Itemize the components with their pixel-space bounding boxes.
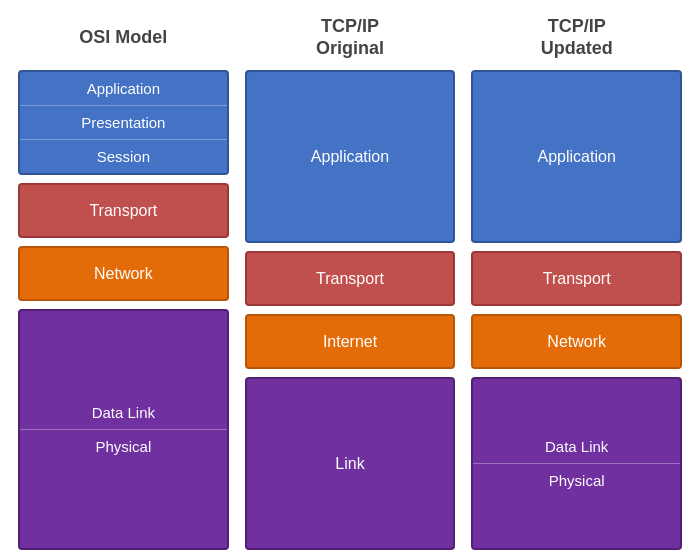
header-osi-label: OSI Model: [79, 27, 167, 49]
osi-application-label: Application: [20, 72, 227, 105]
tcpip-orig-internet-label: Internet: [247, 325, 454, 359]
header-tcpip-original-label: TCP/IPOriginal: [316, 16, 384, 59]
tcpip-orig-application-label: Application: [247, 140, 454, 174]
tcpip-orig-application: Application: [245, 70, 456, 243]
tcpip-orig-transport: Transport: [245, 251, 456, 306]
tcpip-upd-datalink-physical-group: Data Link Physical: [471, 377, 682, 550]
osi-network-label: Network: [20, 257, 227, 291]
tcpip-upd-network: Network: [471, 314, 682, 369]
column-osi: Application Presentation Session Transpo…: [10, 70, 237, 550]
osi-transport-label: Transport: [20, 194, 227, 228]
tcpip-upd-physical-label: Physical: [473, 463, 680, 497]
tcpip-upd-application-label: Application: [473, 140, 680, 174]
tcpip-upd-transport: Transport: [471, 251, 682, 306]
header-osi: OSI Model: [10, 10, 237, 65]
header-tcpip-updated-label: TCP/IPUpdated: [541, 16, 613, 59]
tcpip-orig-internet: Internet: [245, 314, 456, 369]
columns-container: Application Presentation Session Transpo…: [10, 70, 690, 550]
column-headers: OSI Model TCP/IPOriginal TCP/IPUpdated: [10, 10, 690, 65]
page: OSI Model TCP/IPOriginal TCP/IPUpdated A…: [0, 0, 700, 560]
osi-application-group: Application Presentation Session: [18, 70, 229, 175]
osi-physical-label: Physical: [20, 429, 227, 463]
header-tcpip-original: TCP/IPOriginal: [237, 10, 464, 65]
osi-session-label: Session: [20, 139, 227, 173]
tcpip-orig-link-label: Link: [247, 447, 454, 481]
osi-presentation-label: Presentation: [20, 105, 227, 139]
osi-network: Network: [18, 246, 229, 301]
tcpip-upd-network-label: Network: [473, 325, 680, 359]
tcpip-orig-link: Link: [245, 377, 456, 550]
tcpip-upd-datalink-label: Data Link: [473, 430, 680, 463]
osi-datalink-physical-group: Data Link Physical: [18, 309, 229, 550]
tcpip-orig-transport-label: Transport: [247, 262, 454, 296]
header-tcpip-updated: TCP/IPUpdated: [463, 10, 690, 65]
column-tcpip-original: Application Transport Internet Link: [237, 70, 464, 550]
osi-transport: Transport: [18, 183, 229, 238]
tcpip-upd-transport-label: Transport: [473, 262, 680, 296]
column-tcpip-updated: Application Transport Network Data Link …: [463, 70, 690, 550]
osi-datalink-label: Data Link: [20, 396, 227, 429]
tcpip-upd-application: Application: [471, 70, 682, 243]
